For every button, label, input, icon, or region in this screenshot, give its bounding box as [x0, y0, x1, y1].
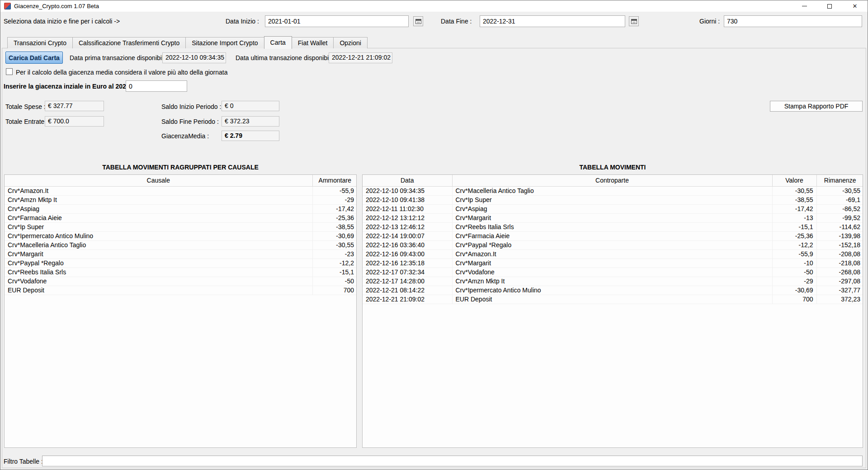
table-row[interactable]: Crv*Macelleria Antico Taglio-30,55: [5, 240, 357, 249]
table-cell[interactable]: 2022-12-17 14:28:00: [363, 277, 452, 286]
table-row[interactable]: Crv*Aspiag-17,42: [5, 204, 357, 213]
maximize-button[interactable]: [817, 0, 842, 12]
close-button[interactable]: ✕: [842, 0, 868, 12]
table-cell[interactable]: -25,36: [312, 213, 357, 222]
table-row[interactable]: Crv*Ipermercato Antico Mulino-30,69: [5, 231, 357, 240]
table-cell[interactable]: Crv*Reebs Italia Srls: [452, 222, 772, 231]
giacenza-media-checkbox[interactable]: [6, 68, 13, 75]
table-cell[interactable]: Crv*Reebs Italia Srls: [5, 268, 312, 277]
table-cell[interactable]: Crv*Amzn Mktp It: [452, 277, 772, 286]
table-cell[interactable]: 2022-12-17 07:32:34: [363, 268, 452, 277]
column-header-valore[interactable]: Valore: [772, 175, 816, 186]
table-cell[interactable]: Crv*Amazon.It: [452, 249, 772, 258]
table-cell[interactable]: -10: [772, 258, 816, 268]
table-cell[interactable]: Crv*Ip Super: [452, 195, 772, 204]
stampa-rapporto-pdf-button[interactable]: Stampa Rapporto PDF: [770, 101, 863, 112]
carica-dati-carta-button[interactable]: Carica Dati Carta: [5, 52, 63, 64]
table-cell[interactable]: -50: [772, 268, 816, 277]
table-row[interactable]: Crv*Vodafone-50: [5, 277, 357, 286]
table-cell[interactable]: -30,69: [772, 286, 816, 295]
filtro-tabelle-input[interactable]: [42, 456, 863, 466]
table-cell[interactable]: -327,77: [816, 286, 863, 295]
table-cell[interactable]: 2022-12-12 13:12:12: [363, 213, 452, 222]
table-row[interactable]: 2022-12-11 11:02:30Crv*Aspiag-17,42-86,5…: [363, 204, 863, 213]
table-cell[interactable]: 700: [312, 286, 357, 295]
table-row[interactable]: 2022-12-10 09:41:38Crv*Ip Super-38,55-69…: [363, 195, 863, 204]
table-cell[interactable]: 2022-12-21 21:09:02: [363, 295, 452, 304]
tab-calssificazione-trasferimenti-crypto[interactable]: Calssificazione Trasferimenti Crypto: [72, 37, 186, 48]
table-row[interactable]: 2022-12-14 19:00:07Crv*Farmacia Aieie-25…: [363, 231, 863, 240]
table-cell[interactable]: 2022-12-16 12:35:18: [363, 258, 452, 268]
table-row[interactable]: EUR Deposit700: [5, 286, 357, 295]
table-cell[interactable]: 2022-12-10 09:34:35: [363, 186, 452, 195]
table-cell[interactable]: 2022-12-21 08:14:22: [363, 286, 452, 295]
table-cell[interactable]: -17,42: [312, 204, 357, 213]
table-cell[interactable]: -29: [312, 195, 357, 204]
table-cell[interactable]: 2022-12-11 11:02:30: [363, 204, 452, 213]
table-cell[interactable]: -218,08: [816, 258, 863, 268]
table-row[interactable]: 2022-12-13 12:46:12Crv*Reebs Italia Srls…: [363, 222, 863, 231]
table-cell[interactable]: Crv*Margarit: [452, 213, 772, 222]
table-cell[interactable]: -114,62: [816, 222, 863, 231]
giorni-input[interactable]: [724, 15, 862, 27]
table-row[interactable]: 2022-12-10 09:34:35Crv*Macelleria Antico…: [363, 186, 863, 195]
table-cell[interactable]: -297,08: [816, 277, 863, 286]
column-header-controparte[interactable]: Controparte: [452, 175, 772, 186]
data-fine-calendar-button[interactable]: [629, 16, 639, 26]
table-cell[interactable]: -268,08: [816, 268, 863, 277]
table-cell[interactable]: -86,52: [816, 204, 863, 213]
tab-opzioni[interactable]: Opzioni: [333, 37, 367, 48]
table-row[interactable]: 2022-12-17 07:32:34Crv*Vodafone-50-268,0…: [363, 268, 863, 277]
table-cell[interactable]: Crv*Aspiag: [452, 204, 772, 213]
minimize-button[interactable]: [792, 0, 817, 12]
table-cell[interactable]: -30,55: [816, 186, 863, 195]
table-cell[interactable]: -38,55: [772, 195, 816, 204]
table-cell[interactable]: -29: [772, 277, 816, 286]
table-cell[interactable]: -55,9: [772, 249, 816, 258]
table-row[interactable]: Crv*Farmacia Aieie-25,36: [5, 213, 357, 222]
table-row[interactable]: Crv*Reebs Italia Srls-15,1: [5, 268, 357, 277]
table-cell[interactable]: -17,42: [772, 204, 816, 213]
column-header-rimanenze[interactable]: Rimanenze: [816, 175, 863, 186]
table-cell[interactable]: -50: [312, 277, 357, 286]
table-row[interactable]: 2022-12-16 03:36:40Crv*Paypal *Regalo-12…: [363, 240, 863, 249]
table-cell[interactable]: 372,23: [816, 295, 863, 304]
table-cell[interactable]: Crv*Paypal *Regalo: [452, 240, 772, 249]
table-cell[interactable]: Crv*Farmacia Aieie: [5, 213, 312, 222]
table-row[interactable]: 2022-12-12 13:12:12Crv*Margarit-13-99,52: [363, 213, 863, 222]
table-cell[interactable]: -15,1: [312, 268, 357, 277]
data-fine-input[interactable]: [480, 15, 625, 27]
table-cell[interactable]: -25,36: [772, 231, 816, 240]
table-row[interactable]: 2022-12-17 14:28:00Crv*Amzn Mktp It-29-2…: [363, 277, 863, 286]
table-cell[interactable]: Crv*Vodafone: [5, 277, 312, 286]
table-cell[interactable]: Crv*Margarit: [452, 258, 772, 268]
table-cell[interactable]: 2022-12-10 09:41:38: [363, 195, 452, 204]
table-cell[interactable]: -99,52: [816, 213, 863, 222]
table-cell[interactable]: -38,55: [312, 222, 357, 231]
data-inizio-calendar-button[interactable]: [413, 16, 423, 26]
initial-balance-input[interactable]: [126, 80, 187, 92]
table-cell[interactable]: -55,9: [312, 186, 357, 195]
table-cell[interactable]: Crv*Aspiag: [5, 204, 312, 213]
table-cell[interactable]: -30,55: [772, 186, 816, 195]
table-cell[interactable]: Crv*Vodafone: [452, 268, 772, 277]
table-row[interactable]: 2022-12-16 09:43:00Crv*Amazon.It-55,9-20…: [363, 249, 863, 258]
table-row[interactable]: 2022-12-21 08:14:22Crv*Ipermercato Antic…: [363, 286, 863, 295]
table-cell[interactable]: 2022-12-16 03:36:40: [363, 240, 452, 249]
table-row[interactable]: Crv*Margarit-23: [5, 249, 357, 258]
table-cell[interactable]: -23: [312, 249, 357, 258]
column-header-data[interactable]: Data: [363, 175, 452, 186]
table-cell[interactable]: -30,69: [312, 231, 357, 240]
tab-sitazione-import-crypto[interactable]: Sitazione Import Crypto: [185, 37, 264, 48]
table-cell[interactable]: Crv*Ip Super: [5, 222, 312, 231]
tab-transazioni-crypto[interactable]: Transazioni Crypto: [7, 37, 73, 48]
table-row[interactable]: 2022-12-21 21:09:02EUR Deposit700372,23: [363, 295, 863, 304]
table-cell[interactable]: 2022-12-14 19:00:07: [363, 231, 452, 240]
table-row[interactable]: 2022-12-16 12:35:18Crv*Margarit-10-218,0…: [363, 258, 863, 268]
table-row[interactable]: Crv*Ip Super-38,55: [5, 222, 357, 231]
table-cell[interactable]: -12,2: [772, 240, 816, 249]
tab-fiat-wallet[interactable]: Fiat Wallet: [292, 37, 334, 48]
table-cell[interactable]: 700: [772, 295, 816, 304]
table-cell[interactable]: -139,98: [816, 231, 863, 240]
table-cell[interactable]: Crv*Margarit: [5, 249, 312, 258]
